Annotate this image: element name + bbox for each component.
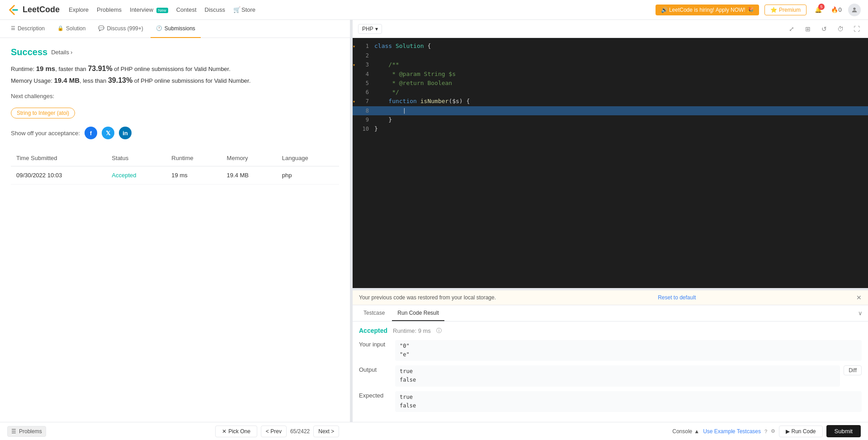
nav-contest[interactable]: Contest bbox=[176, 6, 197, 13]
settings-small-icon[interactable]: ⚙ bbox=[771, 428, 775, 434]
bottom-center-nav: ✕ Pick One < Prev 65/2422 Next > bbox=[215, 426, 339, 437]
fold-indicator-7: ▾ bbox=[353, 99, 355, 104]
chevron-up-icon: ▲ bbox=[694, 428, 699, 435]
code-line-6: 6 */ bbox=[353, 88, 868, 97]
accepted-label: Accepted bbox=[359, 327, 387, 334]
chevron-right-icon: › bbox=[71, 49, 72, 56]
code-editor[interactable]: ▾ 1 class Solution { 2 ▾ 3 /** 4 * @para… bbox=[353, 38, 868, 288]
chat-icon: 💬 bbox=[98, 25, 104, 31]
code-line-3: ▾ 3 /** bbox=[353, 60, 868, 70]
input-row: Your input "0""e" bbox=[359, 340, 862, 361]
code-line-2: 2 bbox=[353, 51, 868, 60]
right-panel: PHP ▾ ⤢ ⊞ ↺ ⏱ ⛶ ▾ 1 class Solution { 2 bbox=[353, 20, 868, 422]
nav-store[interactable]: 🛒Store bbox=[233, 6, 255, 13]
code-line-4: 4 * @param String $s bbox=[353, 70, 868, 79]
left-tabs: ☰ Description 🔒 Solution 💬 Discuss (999+… bbox=[0, 20, 350, 38]
table-row: 09/30/2022 10:03 Accepted 19 ms 19.4 MB … bbox=[11, 166, 339, 185]
success-label: Success bbox=[11, 47, 47, 57]
list-icon: ☰ bbox=[11, 428, 16, 435]
chevron-down-icon: ▾ bbox=[375, 26, 378, 32]
logo-text: LeetCode bbox=[23, 5, 60, 14]
expand-icon[interactable]: ⤢ bbox=[786, 23, 797, 35]
next-button[interactable]: Next > bbox=[313, 426, 339, 437]
run-code-button[interactable]: ▶ Run Code bbox=[779, 426, 822, 437]
expected-row: Expected truefalse bbox=[359, 391, 862, 412]
premium-button[interactable]: ⭐ Premium bbox=[764, 5, 807, 15]
result-header: Accepted Runtime: 9 ms ⓘ bbox=[359, 327, 862, 335]
problems-button[interactable]: ☰ Problems bbox=[7, 426, 46, 437]
code-line-1: ▾ 1 class Solution { bbox=[353, 42, 868, 51]
fold-indicator: ▾ bbox=[353, 44, 355, 49]
challenge-tag[interactable]: String to Integer (atoi) bbox=[11, 108, 75, 118]
console-button[interactable]: Console ▲ bbox=[672, 428, 699, 435]
tc-tab-testcase[interactable]: Testcase bbox=[358, 305, 390, 321]
left-content: Success Details › Runtime: 19 ms, faster… bbox=[0, 38, 350, 422]
tc-tab-run-result[interactable]: Run Code Result bbox=[392, 305, 444, 321]
submit-button[interactable]: Submit bbox=[826, 425, 861, 437]
result-info-icon[interactable]: ⓘ bbox=[436, 327, 442, 335]
twitter-share[interactable]: 𝕏 bbox=[102, 127, 114, 139]
toolbar-right: ⤢ ⊞ ↺ ⏱ ⛶ bbox=[786, 23, 863, 35]
use-example-testcases[interactable]: Use Example Testcases bbox=[703, 428, 761, 435]
code-line-7: ▾ 7 function isNumber($s) { bbox=[353, 97, 868, 106]
notification-bell[interactable]: 🔔 5 bbox=[812, 4, 825, 16]
status-accepted[interactable]: Accepted bbox=[112, 172, 136, 179]
th-language: Language bbox=[277, 150, 339, 166]
svg-point-0 bbox=[853, 7, 855, 9]
submissions-table: Time Submitted Status Runtime Memory Lan… bbox=[11, 150, 339, 185]
reset-to-default-link[interactable]: Reset to default bbox=[658, 294, 696, 301]
pick-one-button[interactable]: ✕ Pick One bbox=[215, 426, 257, 437]
nav-explore[interactable]: Explore bbox=[69, 6, 89, 13]
settings-icon[interactable]: ⏱ bbox=[835, 23, 846, 35]
user-avatar[interactable] bbox=[848, 4, 861, 16]
hiring-banner[interactable]: 🔊 LeetCode is hiring! Apply NOW! 🎉 bbox=[656, 5, 759, 15]
help-icon[interactable]: ? bbox=[764, 429, 767, 434]
clock-icon: 🕐 bbox=[156, 25, 162, 31]
memory-stat: Memory Usage: 19.4 MB, less than 39.13% … bbox=[11, 76, 339, 85]
tab-discuss[interactable]: 💬 Discuss (999+) bbox=[93, 20, 148, 38]
diff-button[interactable]: Diff bbox=[844, 365, 862, 375]
tc-chevron-icon[interactable]: ∨ bbox=[858, 310, 863, 317]
bottom-bar: ☰ Problems ✕ Pick One < Prev 65/2422 Nex… bbox=[0, 422, 868, 440]
layout-icon[interactable]: ⊞ bbox=[802, 23, 814, 35]
restore-close-button[interactable]: ✕ bbox=[856, 294, 862, 301]
language-select[interactable]: PHP ▾ bbox=[358, 24, 382, 34]
code-line-10: 10 } bbox=[353, 124, 868, 133]
tab-description[interactable]: ☰ Description bbox=[5, 20, 50, 38]
facebook-share[interactable]: f bbox=[85, 127, 97, 139]
output-row: Output truefalse Diff bbox=[359, 365, 862, 386]
input-label: Your input bbox=[359, 340, 395, 348]
bottom-panel: Your previous code was restored from you… bbox=[353, 290, 868, 422]
lock-icon: 🔒 bbox=[57, 25, 64, 31]
tab-submissions[interactable]: 🕐 Submissions bbox=[151, 20, 201, 38]
nav-problems[interactable]: Problems bbox=[97, 6, 122, 13]
cell-status: Accepted bbox=[106, 166, 166, 185]
success-header: Success Details › bbox=[11, 47, 339, 57]
th-time: Time Submitted bbox=[11, 150, 106, 166]
fire-icon[interactable]: 🔥 0 bbox=[830, 4, 843, 16]
cell-time: 09/30/2022 10:03 bbox=[11, 166, 106, 185]
fullscreen-icon[interactable]: ⛶ bbox=[851, 23, 863, 35]
input-value: "0""e" bbox=[395, 340, 862, 361]
code-line-5: 5 * @return Boolean bbox=[353, 79, 868, 88]
nav-discuss[interactable]: Discuss bbox=[205, 6, 226, 13]
cross-icon: ✕ bbox=[222, 428, 226, 435]
testcase-body: Accepted Runtime: 9 ms ⓘ Your input "0""… bbox=[353, 322, 868, 422]
refresh-icon[interactable]: ↺ bbox=[818, 23, 830, 35]
tc-tab-right: ∨ bbox=[858, 310, 863, 317]
expected-value: truefalse bbox=[395, 391, 862, 412]
prev-button[interactable]: < Prev bbox=[261, 426, 287, 437]
cell-runtime: 19 ms bbox=[166, 166, 221, 185]
tab-solution[interactable]: 🔒 Solution bbox=[52, 20, 91, 38]
th-memory: Memory bbox=[222, 150, 277, 166]
nav-interview[interactable]: Interview New bbox=[130, 6, 168, 13]
star-icon: ⭐ bbox=[770, 7, 777, 13]
fold-indicator-3: ▾ bbox=[353, 62, 355, 67]
top-nav-right: 🔊 LeetCode is hiring! Apply NOW! 🎉 ⭐ Pre… bbox=[656, 4, 861, 16]
linkedin-share[interactable]: in bbox=[119, 127, 132, 139]
testcase-tabs: Testcase Run Code Result ∨ bbox=[353, 305, 868, 322]
logo[interactable]: LeetCode bbox=[7, 4, 60, 16]
notification-badge: 5 bbox=[818, 4, 825, 10]
bottom-right: Console ▲ Use Example Testcases ? ⚙ ▶ Ru… bbox=[672, 425, 861, 437]
details-link[interactable]: Details › bbox=[51, 49, 72, 56]
